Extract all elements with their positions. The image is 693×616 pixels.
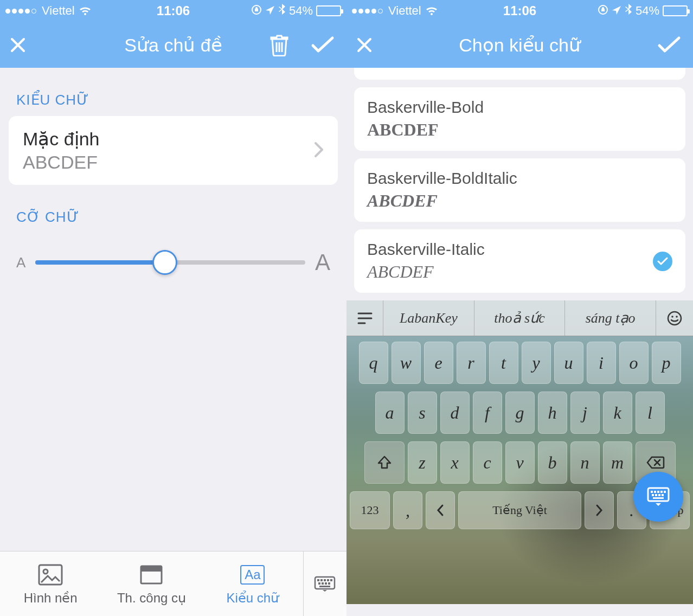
- wifi-icon: [425, 5, 439, 16]
- battery-percent: 54%: [289, 4, 313, 18]
- key-q[interactable]: q: [359, 342, 388, 384]
- keyboard-fab-button[interactable]: [633, 472, 683, 522]
- orientation-lock-icon: [598, 3, 608, 18]
- slider-thumb[interactable]: [152, 250, 177, 275]
- svg-point-18: [671, 316, 673, 318]
- key-space[interactable]: Tiếng Việt: [458, 491, 581, 529]
- tab-keyboard[interactable]: [303, 551, 347, 616]
- svg-rect-15: [319, 586, 330, 587]
- kb-emoji-button[interactable]: [656, 300, 693, 336]
- confirm-button[interactable]: [311, 36, 335, 54]
- key-p[interactable]: p: [652, 342, 681, 384]
- svg-rect-26: [652, 494, 654, 496]
- key-z[interactable]: z: [408, 441, 437, 484]
- key-numbers[interactable]: 123: [350, 491, 390, 529]
- key-e[interactable]: e: [424, 342, 453, 384]
- svg-rect-6: [317, 579, 319, 581]
- kb-menu-button[interactable]: [347, 300, 383, 336]
- tab-bar: Hình nền Th. công cụ Aa Kiểu chữ: [0, 551, 347, 616]
- carrier-label: Viettel: [42, 4, 75, 18]
- font-name: Baskerville-BoldItalic: [367, 169, 517, 188]
- svg-rect-9: [327, 579, 329, 581]
- key-d[interactable]: d: [440, 392, 470, 434]
- section-font-label: KIỂU CHỮ: [16, 92, 338, 108]
- status-bar: Viettel 11:06 54%: [0, 0, 347, 22]
- key-w[interactable]: w: [392, 342, 421, 384]
- key-c[interactable]: c: [473, 441, 502, 484]
- svg-rect-24: [660, 491, 663, 493]
- key-t[interactable]: t: [489, 342, 518, 384]
- svg-rect-23: [657, 491, 659, 493]
- delete-button[interactable]: [269, 34, 290, 56]
- key-shift[interactable]: [364, 441, 405, 484]
- font-card[interactable]: Baskerville-ItalicABCDEF: [354, 229, 685, 293]
- close-button[interactable]: [355, 36, 374, 54]
- key-r[interactable]: r: [457, 342, 486, 384]
- image-icon: [38, 562, 63, 587]
- font-card[interactable]: Baskerville-BoldItalicABCDEF: [354, 158, 685, 222]
- tab-font[interactable]: Aa Kiểu chữ: [202, 551, 303, 616]
- phone-left: Viettel 11:06 54% Sửa chủ đề KIỂU CHỮ: [0, 0, 347, 616]
- key-o[interactable]: o: [619, 342, 649, 384]
- suggestion-2[interactable]: thoả sức: [474, 300, 566, 336]
- chevron-right-icon: [314, 142, 324, 160]
- location-icon: [612, 3, 621, 18]
- key-prev[interactable]: [426, 491, 455, 529]
- svg-rect-29: [662, 494, 664, 496]
- signal-dots-icon: [5, 9, 36, 14]
- font-card-stub: [354, 68, 685, 80]
- suggestion-1[interactable]: LabanKey: [383, 300, 474, 336]
- key-a[interactable]: a: [375, 392, 405, 434]
- carrier-label: Viettel: [388, 4, 421, 18]
- nav-bar-left: Sửa chủ đề: [0, 22, 347, 68]
- key-k[interactable]: k: [603, 392, 632, 434]
- bluetooth-icon: [625, 3, 632, 18]
- key-h[interactable]: h: [538, 392, 567, 434]
- tab-background[interactable]: Hình nền: [0, 551, 101, 616]
- close-button[interactable]: [9, 36, 27, 54]
- key-s[interactable]: s: [408, 392, 437, 434]
- suggestion-3[interactable]: sáng tạo: [565, 300, 656, 336]
- key-u[interactable]: u: [554, 342, 583, 384]
- svg-rect-14: [328, 582, 330, 585]
- wifi-icon: [78, 5, 92, 16]
- bluetooth-icon: [278, 3, 286, 18]
- font-sample: ABCDEF: [367, 191, 517, 211]
- right-body: Baskerville-BoldABCDEFBaskerville-BoldIt…: [347, 68, 693, 616]
- key-j[interactable]: j: [570, 392, 600, 434]
- svg-rect-25: [664, 491, 666, 493]
- slider-min-label: A: [16, 254, 25, 271]
- key-n[interactable]: n: [570, 441, 600, 484]
- svg-point-17: [668, 312, 681, 325]
- confirm-button[interactable]: [657, 36, 681, 54]
- battery-icon: [316, 5, 341, 16]
- nav-title-right: Chọn kiểu chữ: [459, 34, 581, 56]
- toolbar-icon: [139, 562, 164, 587]
- battery-percent: 54%: [636, 4, 659, 18]
- key-g[interactable]: g: [505, 392, 535, 434]
- key-v[interactable]: v: [505, 441, 535, 484]
- nav-title-left: Sửa chủ đề: [124, 34, 222, 56]
- phone-right: Viettel 11:06 54% Chọn kiểu chữ Baskervi…: [347, 0, 693, 616]
- orientation-lock-icon: [251, 3, 262, 18]
- tab-background-label: Hình nền: [24, 591, 78, 606]
- battery-icon: [663, 5, 688, 16]
- font-size-slider[interactable]: [35, 260, 305, 265]
- font-list[interactable]: Baskerville-BoldABCDEFBaskerville-BoldIt…: [347, 68, 693, 300]
- keyboard: LabanKey thoả sức sáng tạo qwertyuiop as…: [347, 300, 693, 604]
- key-b[interactable]: b: [538, 441, 567, 484]
- key-i[interactable]: i: [587, 342, 616, 384]
- font-row-title: Mặc định: [23, 128, 100, 150]
- svg-rect-13: [325, 582, 327, 585]
- tab-toolbar[interactable]: Th. công cụ: [101, 551, 202, 616]
- key-l[interactable]: l: [636, 392, 665, 434]
- font-card[interactable]: Baskerville-BoldABCDEF: [354, 87, 685, 151]
- key-x[interactable]: x: [440, 441, 470, 484]
- key-next[interactable]: [585, 491, 614, 529]
- key-m[interactable]: m: [603, 441, 632, 484]
- font-row[interactable]: Mặc định ABCDEF: [9, 116, 338, 185]
- key-f[interactable]: f: [473, 392, 502, 434]
- key-comma[interactable]: ,: [393, 491, 422, 529]
- font-name: Baskerville-Italic: [367, 240, 485, 259]
- key-y[interactable]: y: [522, 342, 551, 384]
